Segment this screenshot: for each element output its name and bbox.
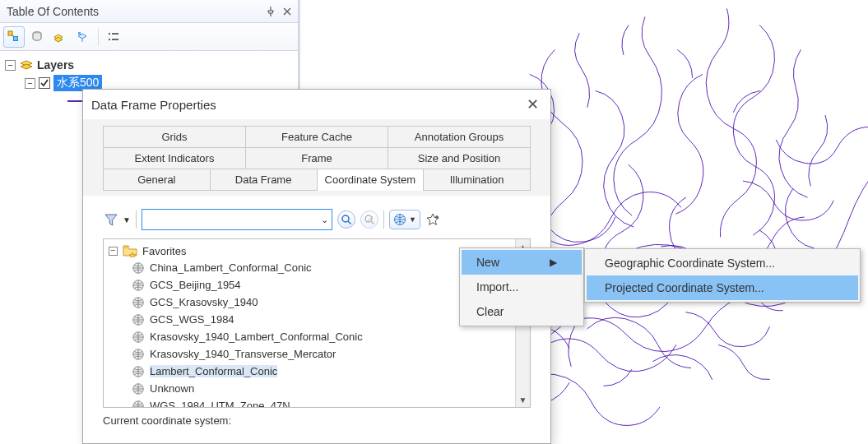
layers-root-label[interactable]: Layers — [37, 58, 74, 72]
current-cs-label: Current coordinate system: — [103, 414, 531, 427]
new-cs-submenu: Geographic Coordinate System... Projecte… — [584, 248, 861, 303]
globe-icon — [132, 279, 145, 292]
svg-rect-5 — [112, 33, 118, 35]
separator — [383, 210, 384, 229]
svg-rect-3 — [78, 32, 81, 35]
cs-item-label: Krasovsky_1940_Transverse_Mercator — [150, 348, 336, 360]
tab-illumination[interactable]: Illumination — [423, 169, 531, 191]
cs-search-combo[interactable]: ⌄ — [142, 209, 332, 230]
toc-header: Table Of Contents — [0, 0, 298, 23]
favorite-icon[interactable] — [425, 212, 440, 227]
globe-icon — [132, 400, 145, 409]
cs-item-label: Lambert_Conformal_Conic — [150, 365, 277, 377]
filter-icon[interactable] — [103, 211, 119, 228]
cs-item[interactable]: Krasovsky_1940_Transverse_Mercator — [109, 345, 525, 363]
list-by-selection-button[interactable] — [72, 26, 94, 48]
globe-icon — [132, 382, 145, 395]
globe-icon — [132, 313, 145, 326]
list-by-source-button[interactable] — [26, 26, 48, 48]
menu-item-label: New — [476, 256, 499, 269]
filter-menu-caret[interactable]: ▼ — [123, 215, 131, 224]
tab-grids[interactable]: Grids — [103, 126, 246, 148]
list-by-drawing-order-button[interactable] — [3, 26, 25, 48]
toc-toolbar — [0, 23, 298, 51]
favorites-folder-icon — [123, 244, 137, 257]
cs-item-label: GCS_WGS_1984 — [150, 313, 234, 326]
combo-caret-icon[interactable]: ⌄ — [321, 215, 328, 225]
add-cs-context-menu: New ▶ Import... Clear — [459, 247, 584, 326]
cs-item[interactable]: Krasovsky_1940_Lambert_Conformal_Conic — [109, 328, 525, 345]
tab-frame[interactable]: Frame — [245, 147, 388, 169]
svg-rect-0 — [8, 31, 12, 35]
dialog-titlebar[interactable]: Data Frame Properties ✕ — [83, 90, 550, 119]
cs-search-input[interactable] — [147, 211, 313, 228]
separator — [136, 210, 137, 229]
tab-size-and-position[interactable]: Size and Position — [388, 147, 531, 169]
tab-annotation-groups[interactable]: Annotation Groups — [388, 126, 531, 148]
clear-search-button[interactable] — [360, 210, 378, 229]
collapse-toggle[interactable]: − — [5, 60, 16, 71]
menu-item-clear[interactable]: Clear — [462, 299, 582, 324]
menu-item-label: Import... — [476, 280, 518, 294]
menu-item-new[interactable]: New ▶ — [462, 250, 582, 275]
cs-item[interactable]: Lambert_Conformal_Conic — [109, 363, 525, 380]
menu-item-projected-cs[interactable]: Projected Coordinate System... — [587, 275, 858, 300]
cs-item-label: Krasovsky_1940_Lambert_Conformal_Conic — [150, 331, 363, 343]
menu-item-geographic-cs[interactable]: Geographic Coordinate System... — [587, 251, 858, 275]
search-button[interactable] — [337, 210, 355, 229]
options-button[interactable] — [103, 26, 124, 48]
list-by-visibility-button[interactable] — [49, 26, 71, 48]
favorites-collapse-toggle[interactable]: − — [109, 247, 118, 256]
menu-item-label: Clear — [476, 305, 504, 318]
layers-icon — [19, 58, 34, 72]
toc-title: Table Of Contents — [7, 5, 99, 18]
tab-general[interactable]: General — [103, 169, 211, 191]
scroll-down-button[interactable]: ▼ — [516, 392, 530, 407]
cs-item-label: WGS_1984_UTM_Zone_47N — [150, 400, 290, 408]
tab-coordinate-system[interactable]: Coordinate System — [317, 169, 425, 191]
globe-icon — [132, 296, 145, 309]
menu-item-import[interactable]: Import... — [462, 275, 582, 299]
layer-collapse-toggle[interactable]: − — [25, 78, 35, 89]
cs-item-label: GCS_Krasovsky_1940 — [150, 296, 258, 308]
dialog-title: Data Frame Properties — [91, 98, 216, 112]
globe-icon — [132, 261, 145, 275]
cs-item-label: Unknown — [150, 382, 194, 395]
dialog-close-icon[interactable]: ✕ — [523, 92, 542, 117]
cs-item[interactable]: WGS_1984_UTM_Zone_47N — [109, 397, 525, 408]
add-cs-dropdown[interactable]: ▼ — [389, 210, 420, 229]
toolbar-separator — [98, 28, 99, 46]
svg-point-8 — [342, 215, 349, 222]
svg-rect-1 — [14, 36, 18, 40]
tab-extent-indicators[interactable]: Extent Indicators — [103, 147, 246, 169]
favorites-label[interactable]: Favorites — [142, 245, 186, 257]
svg-point-6 — [109, 38, 110, 39]
cs-item-label: GCS_Beijing_1954 — [150, 279, 241, 291]
globe-icon — [132, 348, 145, 361]
svg-rect-7 — [112, 39, 118, 40]
svg-point-4 — [109, 32, 110, 34]
globe-icon — [132, 365, 145, 378]
cs-item-label: China_Lambert_Conformal_Conic — [150, 261, 312, 274]
cs-item[interactable]: Unknown — [109, 380, 525, 397]
dialog-tabs: Grids Feature Cache Annotation Groups Ex… — [83, 119, 550, 196]
menu-item-label: Geographic Coordinate System... — [605, 257, 775, 270]
tab-feature-cache[interactable]: Feature Cache — [245, 126, 388, 148]
close-icon[interactable] — [281, 6, 293, 17]
layer-visibility-checkbox[interactable] — [39, 77, 50, 89]
pin-icon[interactable] — [265, 6, 276, 17]
menu-item-label: Projected Coordinate System... — [605, 281, 764, 294]
submenu-arrow-icon: ▶ — [550, 257, 557, 268]
tab-data-frame[interactable]: Data Frame — [210, 169, 318, 191]
svg-point-9 — [365, 215, 372, 222]
globe-icon — [132, 331, 145, 344]
